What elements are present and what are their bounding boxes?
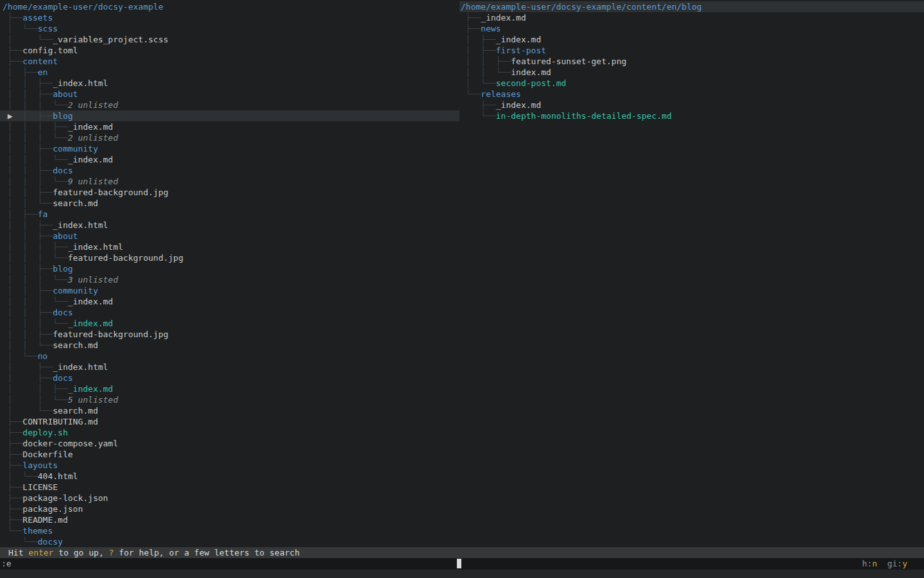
tree-row-2-unlisted[interactable]: │ │ │ └──2 unlisted [0,100,459,110]
tree-row-docker-compose-yaml[interactable]: ├──docker-compose.yaml [0,438,459,449]
entry-label: index.md [511,67,551,77]
tree-row--index-md[interactable]: │ │ ├──_index.md [0,383,459,394]
tree-row-scss[interactable]: │ └──scss [0,23,459,34]
tree-row-config-toml[interactable]: ├──config.toml [0,45,459,56]
tree-row--index-md[interactable]: │ │ │ ├──_index.md [0,121,459,132]
tree-row-blog[interactable]: │ │ ├──blog [0,263,459,274]
tree-row--index-html[interactable]: │ ├──_index.html [0,362,459,372]
tree-branch: │ └── [3,471,38,481]
tree-row-404-html[interactable]: │ └──404.html [0,471,459,482]
tree-row--index-md[interactable]: │ │ │ └──_index.md [0,154,459,165]
tree-row--index-md[interactable]: │ │ │ └──_index.md [0,296,459,307]
tree-branch: │ ├── [461,46,496,55]
tree-row--index-md[interactable]: ├──_index.md [459,100,924,110]
tree-branch: └── [3,526,22,536]
tree-row-docs[interactable]: │ ├──docs [0,372,459,383]
tree-row-2-unlisted[interactable]: │ │ │ └──2 unlisted [0,132,459,143]
status-key-hint: enter [28,548,53,557]
tree-branch: │ │ ├── [3,89,53,99]
tree-branch: │ │ └── [461,67,511,77]
mode-flags: h:n gi:y [862,559,907,568]
entry-label: fa [38,209,48,219]
tree-row-first-post[interactable]: │ ├──first-post [459,45,924,56]
entry-label: _index.md [68,122,113,132]
tree-row-blog[interactable]: ▶ │ ├──blog [0,110,459,121]
entry-label: 5 unlisted [68,395,118,405]
tree-row-about[interactable]: │ │ ├──about [0,231,459,241]
entry-label: layouts [22,460,58,470]
tree-row-featured-sunset-get-png[interactable]: │ │ ├──featured-sunset-get.png [459,56,924,67]
tree-row--index-md[interactable]: │ ├──_index.md [459,34,924,45]
tree-row-search-md[interactable]: │ │ └──search.md [0,340,459,351]
tree-row--index-md[interactable]: │ │ │ └──_index.md [0,318,459,329]
tree-row-5-unlisted[interactable]: │ │ └──5 unlisted [0,394,459,405]
tree-row-featured-background-jpg[interactable]: │ │ │ └──featured-background.jpg [0,252,459,263]
left-panel-path-row[interactable]: /home/example-user/docsy-example [0,1,459,12]
tree-row--index-html[interactable]: │ │ ├──_index.html [0,78,459,89]
tree-branch: ├── [461,24,481,33]
tree-row-news[interactable]: ├──news [459,23,924,34]
tree-row-community[interactable]: │ │ ├──community [0,143,459,154]
tree-row-fa[interactable]: │ ├──fa [0,209,459,220]
entry-label: docs [53,373,73,383]
tree-row--index-md[interactable]: ├──_index.md [459,12,924,23]
tree-branch: │ ├── [3,373,53,383]
tree-row-about[interactable]: │ │ ├──about [0,89,459,100]
tree-branch: │ └── [3,24,38,33]
tree-row-search-md[interactable]: │ │ └──search.md [0,198,459,209]
tree-row-dockerfile[interactable]: ├──Dockerfile [0,449,459,460]
entry-label: _index.md [481,13,526,22]
tree-row-package-lock-json[interactable]: ├──package-lock.json [0,493,459,504]
tree-row-layouts[interactable]: ├──layouts [0,460,459,471]
tree-row-docsy[interactable]: └──docsy [0,536,459,547]
tree-row-license[interactable]: ├──LICENSE [0,482,459,493]
left-tree: ├──assets │ └──scss │ └──_variables_proj… [0,12,459,547]
flag-gap [877,559,887,568]
tree-row-assets[interactable]: ├──assets [0,12,459,23]
tree-row-9-unlisted[interactable]: │ │ │ └──9 unlisted [0,176,459,187]
right-panel-path-row[interactable]: /home/example-user/docsy-example/content… [459,1,924,12]
tree-branch: ├── [3,439,22,448]
entry-label: 2 unlisted [68,100,118,110]
tree-row-package-json[interactable]: ├──package.json [0,504,459,514]
entry-label: blog [53,264,73,274]
left-input[interactable]: :e [0,558,457,570]
tree-row-search-md[interactable]: │ └──search.md [0,405,459,416]
tree-row-docs[interactable]: │ │ ├──docs [0,307,459,318]
entry-label: community [53,286,98,295]
tree-row--index-html[interactable]: │ │ │ ├──_index.html [0,241,459,252]
tree-row--variables-project-scss[interactable]: │ └──_variables_project.scss [0,34,459,45]
tree-row--index-html[interactable]: │ │ ├──_index.html [0,220,459,231]
panel-left: /home/example-user/docsy-example ├──asse… [0,0,459,547]
right-panel-path: /home/example-user/docsy-example/content… [461,2,702,12]
tree-row-deploy-sh[interactable]: ├──deploy.sh [0,427,459,438]
entry-label: featured-background.jpg [53,188,168,197]
tree-row-index-md[interactable]: │ │ └──index.md [459,67,924,78]
tree-row-content[interactable]: ├──content [0,56,459,67]
tree-row-readme-md[interactable]: ├──README.md [0,514,459,525]
tree-row-themes[interactable]: └──themes [0,525,459,536]
tree-branch: └── [461,111,496,121]
entry-label: 2 unlisted [68,133,118,143]
tree-branch: │ │ ├── [3,188,53,197]
entry-label: no [38,351,48,361]
entry-label: README.md [22,515,67,525]
tree-branch: ├── [3,515,22,525]
tree-row-second-post-md[interactable]: │ └──second-post.md [459,78,924,89]
tree-row-releases[interactable]: └──releases [459,89,924,100]
tree-row-contributing-md[interactable]: ├──CONTRIBUTING.md [0,416,459,427]
right-input[interactable]: h:n gi:y [461,558,924,570]
tree-row-featured-background-jpg[interactable]: │ │ ├──featured-background.jpg [0,329,459,340]
entry-label: scss [38,24,58,33]
tree-row-community[interactable]: │ │ ├──community [0,285,459,296]
entry-label: 9 unlisted [68,177,118,186]
tree-row-featured-background-jpg[interactable]: │ │ ├──featured-background.jpg [0,187,459,198]
tree-row-in-depth-monoliths-detailed-spec-md[interactable]: └──in-depth-monoliths-detailed-spec.md [459,110,924,121]
entry-label: in-depth-monoliths-detailed-spec.md [496,111,672,121]
tree-row-docs[interactable]: │ │ ├──docs [0,165,459,176]
flag-label: h: [862,559,873,568]
tree-row-en[interactable]: │ ├──en [0,67,459,78]
tree-branch: │ │ ├── [3,308,53,317]
tree-row-3-unlisted[interactable]: │ │ │ └──3 unlisted [0,274,459,285]
tree-row-no[interactable]: │ └──no [0,351,459,362]
